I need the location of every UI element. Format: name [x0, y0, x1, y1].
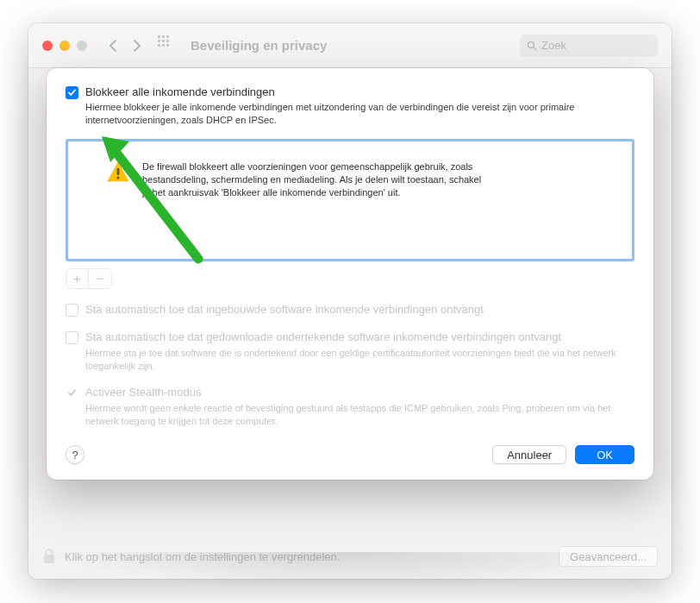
stealth-checkbox [66, 386, 78, 399]
auto-signed-label: Sta automatisch toe dat gedownloade onde… [85, 330, 561, 343]
forward-button[interactable] [127, 35, 147, 56]
svg-rect-2 [44, 555, 54, 563]
warning-icon [106, 160, 130, 185]
svg-rect-3 [117, 168, 120, 175]
bottom-bar: Klik op het hangslot om de instellingen … [42, 546, 658, 567]
cancel-button[interactable]: Annuleer [492, 445, 566, 464]
block-incoming-description: Hiermee blokkeer je alle inkomende verbi… [85, 101, 634, 127]
traffic-lights [42, 41, 87, 51]
auto-signed-checkbox [66, 331, 78, 344]
nav-buttons [103, 35, 147, 56]
titlebar: Beveiliging en privacy Zoek [28, 23, 672, 68]
auto-builtin-label: Sta automatisch toe dat ingebouwde softw… [85, 303, 484, 316]
auto-signed-description: Hiermee sta je toe dat software die is o… [85, 347, 634, 373]
lock-icon[interactable] [42, 548, 56, 565]
stealth-description: Hiermee wordt geen enkele reactie of bev… [85, 402, 634, 428]
block-incoming-checkbox[interactable] [66, 86, 78, 99]
search-icon [527, 41, 537, 51]
block-incoming-label: Blokkeer alle inkomende verbindingen [85, 85, 275, 98]
ok-button[interactable]: OK [575, 445, 634, 464]
help-button[interactable]: ? [66, 445, 84, 464]
zoom-window-button[interactable] [77, 41, 87, 51]
search-input[interactable]: Zoek [520, 35, 658, 57]
add-button[interactable]: + [66, 269, 89, 288]
svg-point-0 [528, 41, 534, 47]
remove-button[interactable]: − [89, 269, 111, 288]
info-text: De firewall blokkeert alle voorzieningen… [142, 160, 487, 200]
show-all-button[interactable] [158, 35, 178, 56]
auto-builtin-checkbox [66, 304, 78, 317]
back-button[interactable] [103, 35, 123, 56]
info-box: De firewall blokkeert alle voorzieningen… [66, 139, 634, 261]
svg-point-4 [116, 176, 119, 179]
window-title: Beveiliging en privacy [191, 38, 520, 53]
firewall-options-modal: Blokkeer alle inkomende verbindingen Hie… [47, 68, 653, 480]
svg-line-1 [534, 47, 536, 50]
minimize-window-button[interactable] [59, 41, 70, 51]
lock-text: Klik op het hangslot om de instellingen … [65, 550, 559, 563]
advanced-button[interactable]: Geavanceerd... [559, 546, 658, 567]
add-remove-buttons: + − [66, 268, 112, 289]
stealth-label: Activeer Stealth-modus [85, 386, 201, 399]
close-window-button[interactable] [42, 41, 53, 51]
search-placeholder: Zoek [541, 39, 566, 52]
